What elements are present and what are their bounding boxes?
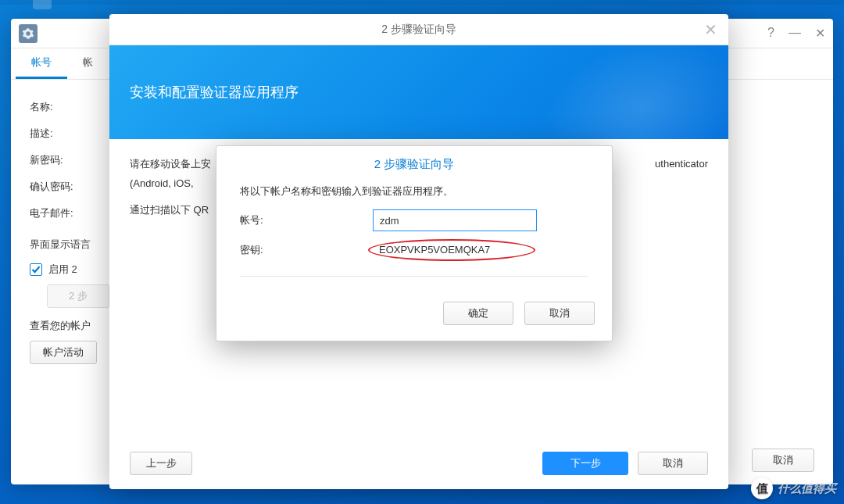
label-display-lang: 界面显示语言: [30, 238, 91, 252]
help-icon[interactable]: ?: [767, 26, 774, 41]
dialog-cancel-button[interactable]: 取消: [524, 302, 595, 325]
desktop-taskbar: [0, 0, 844, 5]
wizard-header: 安装和配置验证器应用程序: [109, 45, 728, 139]
tab-account[interactable]: 帐号: [16, 48, 67, 79]
wizard-prev-button[interactable]: 上一步: [130, 452, 192, 475]
dialog-divider: [240, 276, 588, 277]
wizard-cancel-button[interactable]: 取消: [638, 452, 708, 475]
label-new-password: 新密码:: [30, 153, 108, 167]
taskbar-app-icon[interactable]: [33, 0, 52, 9]
highlight-oval: [368, 239, 535, 261]
label-name: 名称:: [30, 100, 108, 114]
wizard-next-button[interactable]: 下一步: [542, 452, 628, 475]
dialog-account-input[interactable]: [373, 209, 537, 231]
dialog-body: 将以下帐户名称和密钥输入到验证器应用程序。 帐号: 密钥: EOXPVKP5VO…: [216, 180, 612, 302]
label-enable-2fa: 启用 2: [48, 263, 77, 277]
label-email: 电子邮件:: [30, 206, 108, 220]
dialog-instruction: 将以下帐户名称和密钥输入到验证器应用程序。: [240, 184, 588, 198]
wizard-titlebar: 2 步骤验证向导 ✕: [109, 14, 728, 45]
wizard-line1: 请在移动设备上安: [130, 155, 211, 174]
tab-other[interactable]: 帐: [67, 48, 109, 79]
label-desc: 描述:: [30, 127, 108, 141]
dialog-title: 2 步骤验证向导: [216, 146, 612, 180]
btn-two-step: 2 步: [47, 284, 109, 308]
wizard-header-title: 安装和配置验证器应用程序: [130, 83, 299, 102]
dialog-label-account: 帐号:: [240, 213, 373, 227]
dialog-ok-button[interactable]: 确定: [443, 302, 513, 325]
dialog-footer: 确定 取消: [216, 302, 612, 341]
dialog-label-key: 密钥:: [240, 243, 373, 257]
wizard-title: 2 步骤验证向导: [381, 23, 456, 37]
btn-account-activity[interactable]: 帐户活动: [30, 341, 97, 364]
settings-window-controls: ? — ✕: [767, 26, 825, 41]
wizard-close-icon[interactable]: ✕: [704, 20, 717, 39]
wizard-line1-tail: uthenticator: [655, 155, 708, 174]
settings-cancel-button[interactable]: 取消: [752, 449, 814, 472]
checkbox-enable-2fa[interactable]: [30, 263, 42, 276]
watermark-icon: 值: [751, 477, 773, 499]
dialog-key-value: EOXPVKP5VOEMQKA7: [373, 242, 496, 257]
close-icon[interactable]: ✕: [815, 26, 825, 41]
wizard-footer: 上一步 下一步 取消: [130, 452, 708, 475]
watermark: 值 什么值得买: [751, 477, 836, 499]
label-confirm-password: 确认密码:: [30, 180, 108, 194]
settings-app-icon: [19, 24, 38, 43]
key-dialog: 2 步骤验证向导 将以下帐户名称和密钥输入到验证器应用程序。 帐号: 密钥: E…: [216, 145, 613, 341]
minimize-icon[interactable]: —: [789, 26, 801, 41]
watermark-text: 什么值得买: [778, 481, 836, 496]
